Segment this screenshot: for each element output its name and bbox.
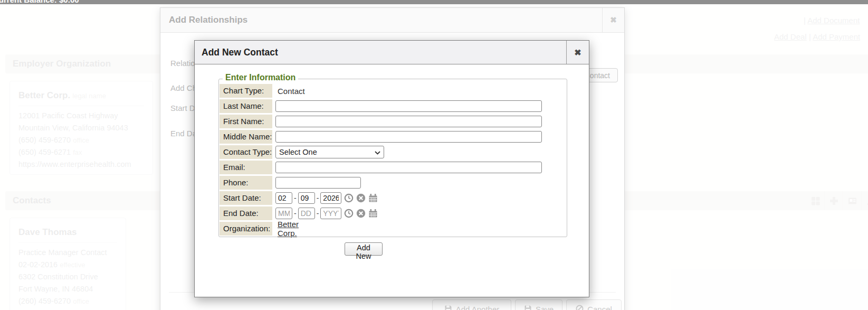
- middle-name-input[interactable]: [275, 131, 542, 143]
- field-label: Phone:: [220, 176, 272, 190]
- fieldset-legend: Enter Information: [223, 73, 298, 82]
- clock-icon[interactable]: [344, 209, 354, 218]
- field-label: Email:: [220, 161, 272, 174]
- field-label: Middle Name:: [220, 130, 272, 144]
- selected-option: Select One: [279, 148, 317, 156]
- last-name-input[interactable]: [275, 100, 542, 112]
- date-separator: -: [317, 194, 319, 202]
- close-icon: ✖: [574, 48, 581, 58]
- top-balance-bar: Current Balance: $0.00: [0, 0, 868, 4]
- field-label: First Name:: [220, 115, 272, 128]
- field-label: Organization:: [220, 222, 272, 236]
- modal-header: Add New Contact ✖: [195, 41, 589, 64]
- contact-type-select[interactable]: Select One: [275, 146, 384, 158]
- chevron-down-icon: [375, 151, 380, 155]
- field-label: Last Name:: [220, 99, 272, 113]
- clear-icon[interactable]: [356, 209, 366, 218]
- balance-text: Current Balance: $0.00: [0, 0, 79, 4]
- first-name-input[interactable]: [275, 116, 542, 127]
- chart-type-value: Contact: [275, 87, 305, 96]
- enter-information-fieldset: Enter Information Chart Type: Contact La…: [218, 79, 567, 237]
- field-label: End Date:: [220, 206, 272, 220]
- date-separator: -: [294, 194, 297, 202]
- email-input[interactable]: [275, 162, 542, 173]
- calendar-icon[interactable]: [368, 209, 378, 218]
- field-label: Contact Type:: [220, 145, 272, 159]
- close-button[interactable]: ✖: [566, 41, 589, 64]
- field-label: Chart Type:: [220, 84, 272, 98]
- modal-title: Add New Contact: [202, 47, 278, 58]
- end-date-month-input[interactable]: [275, 208, 292, 219]
- start-date-year-input[interactable]: [320, 192, 341, 204]
- start-date-day-input[interactable]: [298, 192, 315, 204]
- clock-icon[interactable]: [344, 193, 354, 203]
- field-label: Start Date:: [220, 191, 272, 205]
- start-date-month-input[interactable]: [275, 192, 292, 204]
- end-date-year-input[interactable]: [320, 208, 341, 219]
- date-separator: -: [294, 209, 297, 218]
- end-date-day-input[interactable]: [298, 208, 315, 219]
- phone-input[interactable]: [275, 177, 361, 189]
- clear-icon[interactable]: [356, 193, 366, 203]
- calendar-icon[interactable]: [368, 193, 378, 203]
- organization-link[interactable]: Better Corp.: [275, 220, 299, 238]
- add-new-contact-modal: Add New Contact ✖ Enter Information Char…: [194, 40, 589, 297]
- add-new-button[interactable]: Add New: [345, 242, 383, 256]
- date-separator: -: [317, 209, 319, 218]
